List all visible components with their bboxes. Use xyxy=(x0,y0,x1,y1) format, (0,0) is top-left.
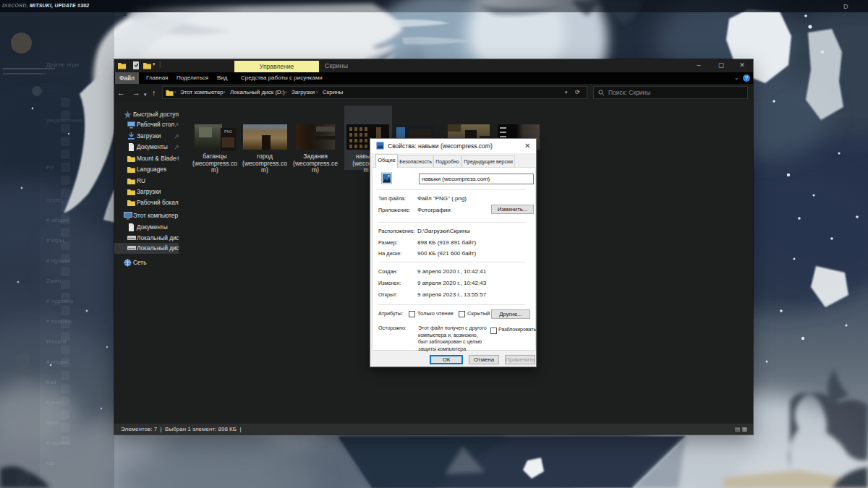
svg-text:D: D xyxy=(843,3,848,10)
